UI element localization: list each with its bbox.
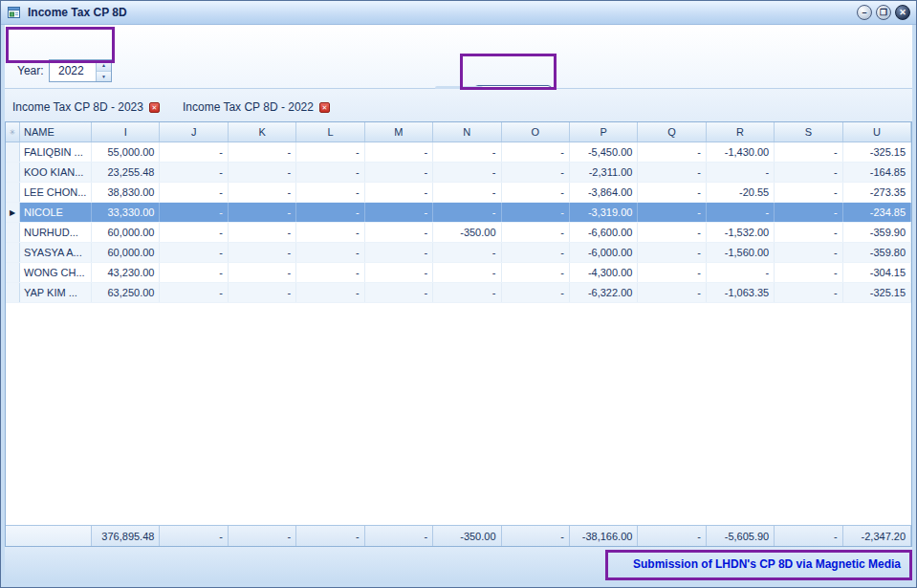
cell-value[interactable]: -	[296, 142, 364, 162]
cell-value[interactable]: -	[502, 223, 570, 242]
cell-value[interactable]: -	[638, 163, 706, 182]
cell-value[interactable]: -	[707, 263, 775, 282]
cell-value[interactable]: -	[638, 183, 706, 202]
cell-name[interactable]: SYASYA A...	[20, 243, 92, 262]
cell-name[interactable]: NICOLE	[20, 203, 92, 222]
cell-value[interactable]: -4,300.00	[570, 263, 638, 282]
cell-value[interactable]: -	[638, 263, 706, 282]
cell-value[interactable]: -	[638, 243, 706, 262]
cell-value[interactable]: -1,560.00	[707, 243, 775, 262]
cell-value[interactable]: 33,330.00	[92, 203, 160, 222]
row-indicator[interactable]	[6, 243, 20, 262]
cell-value[interactable]: -	[365, 263, 433, 282]
cell-value[interactable]: -	[502, 203, 570, 222]
column-header-q[interactable]: Q	[638, 122, 706, 142]
cell-name[interactable]: FALIQBIN ...	[20, 142, 92, 162]
cell-name[interactable]: LEE CHON...	[20, 183, 92, 202]
cell-value[interactable]: -	[160, 283, 228, 302]
cell-value[interactable]: -	[707, 203, 775, 222]
cell-value[interactable]: -1,532.00	[707, 223, 775, 242]
table-row[interactable]: SYASYA A...60,000.00-------6,000.00--1,5…	[6, 243, 911, 263]
cell-value[interactable]: -273.35	[843, 183, 911, 202]
column-header-p[interactable]: P	[570, 122, 638, 142]
cell-value[interactable]: -	[707, 163, 775, 182]
column-header-u[interactable]: U	[843, 122, 911, 142]
cell-value[interactable]: -	[433, 243, 501, 262]
column-header-m[interactable]: M	[365, 122, 433, 142]
cell-value[interactable]: -	[296, 223, 364, 242]
cell-value[interactable]: -	[229, 263, 296, 282]
spinner-down-icon[interactable]: ▼	[97, 71, 111, 82]
cell-value[interactable]: -325.15	[843, 283, 911, 302]
row-indicator[interactable]	[6, 283, 20, 302]
column-header-name[interactable]: NAME	[20, 122, 92, 142]
cell-value[interactable]: -	[365, 163, 433, 182]
cell-value[interactable]: -1,063.35	[707, 283, 775, 302]
row-indicator[interactable]	[6, 263, 20, 282]
cell-value[interactable]: 63,250.00	[92, 283, 160, 302]
row-indicator[interactable]	[6, 142, 20, 162]
table-row[interactable]: YAP KIM ...63,250.00-------6,322.00--1,0…	[6, 283, 911, 303]
tab-close-icon[interactable]: ✕	[149, 102, 160, 113]
cell-value[interactable]: -	[229, 243, 296, 262]
cell-value[interactable]: -	[638, 203, 706, 222]
column-header-o[interactable]: O	[502, 122, 570, 142]
row-indicator[interactable]	[6, 223, 20, 242]
cell-value[interactable]: -	[160, 243, 228, 262]
cell-value[interactable]: -	[229, 142, 296, 162]
cell-value[interactable]: -	[229, 183, 296, 202]
select-all-icon[interactable]: ✳	[6, 122, 20, 142]
cell-value[interactable]: -	[433, 203, 501, 222]
cell-value[interactable]: 38,830.00	[92, 183, 160, 202]
tab-label[interactable]: Income Tax CP 8D - 2023	[12, 100, 143, 114]
cell-value[interactable]: -234.85	[843, 203, 911, 222]
cell-value[interactable]: -	[365, 183, 433, 202]
cell-value[interactable]: -	[229, 223, 296, 242]
cell-value[interactable]: -	[775, 163, 842, 182]
cell-value[interactable]: -	[296, 243, 364, 262]
year-value[interactable]: 2022	[50, 60, 96, 81]
spinner-up-icon[interactable]: ▲	[97, 60, 111, 71]
cell-value[interactable]: -20.55	[707, 183, 775, 202]
cell-value[interactable]: -	[365, 203, 433, 222]
cell-value[interactable]: 23,255.48	[92, 163, 160, 182]
cell-value[interactable]: -359.90	[843, 223, 911, 242]
cell-value[interactable]: -6,600.00	[570, 223, 638, 242]
cell-value[interactable]: -6,000.00	[570, 243, 638, 262]
cell-value[interactable]: -325.15	[843, 142, 911, 162]
cell-value[interactable]: -	[160, 263, 228, 282]
tab-close-icon[interactable]: ✕	[319, 102, 330, 113]
cell-value[interactable]: -	[160, 203, 228, 222]
table-row[interactable]: NURHUD...60,000.00-----350.00--6,600.00-…	[6, 223, 911, 243]
cell-value[interactable]: -	[365, 283, 433, 302]
cell-value[interactable]: -2,311.00	[570, 163, 638, 182]
cell-value[interactable]: -	[365, 223, 433, 242]
cell-value[interactable]: -	[433, 142, 501, 162]
cell-value[interactable]: -	[502, 243, 570, 262]
cell-value[interactable]: -	[229, 163, 296, 182]
table-row[interactable]: ▶NICOLE33,330.00-------3,319.00----234.8…	[6, 203, 911, 223]
cell-value[interactable]: -	[296, 263, 364, 282]
column-header-j[interactable]: J	[160, 122, 228, 142]
cell-value[interactable]: -	[775, 203, 842, 222]
cell-value[interactable]: -1,430.00	[707, 142, 775, 162]
cell-value[interactable]: -	[775, 243, 842, 262]
column-header-l[interactable]: L	[296, 122, 364, 142]
row-indicator[interactable]: ▶	[6, 203, 20, 222]
cell-value[interactable]: -	[638, 223, 706, 242]
cell-value[interactable]: -3,319.00	[570, 203, 638, 222]
cell-value[interactable]: 43,230.00	[92, 263, 160, 282]
cell-value[interactable]: -	[433, 183, 501, 202]
cell-value[interactable]: -	[502, 163, 570, 182]
table-row[interactable]: WONG CH...43,230.00-------4,300.00----30…	[6, 263, 911, 283]
cell-value[interactable]: -304.15	[843, 263, 911, 282]
cell-value[interactable]: -	[502, 283, 570, 302]
cell-value[interactable]: -	[775, 142, 842, 162]
column-header-r[interactable]: R	[707, 122, 775, 142]
cell-value[interactable]: -	[229, 203, 296, 222]
cell-value[interactable]: 55,000.00	[92, 142, 160, 162]
column-header-i[interactable]: I	[92, 122, 160, 142]
year-spinner[interactable]: 2022 ▲ ▼	[49, 59, 112, 82]
cell-value[interactable]: -	[775, 183, 842, 202]
cell-value[interactable]: -	[502, 263, 570, 282]
